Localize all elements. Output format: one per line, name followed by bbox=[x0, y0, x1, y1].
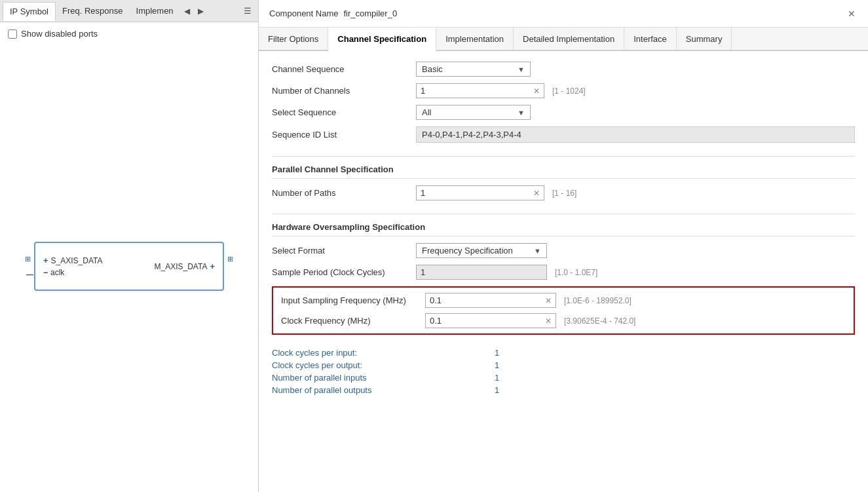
input-sampling-freq-input[interactable] bbox=[430, 295, 542, 305]
number-of-channels-input[interactable] bbox=[421, 86, 531, 96]
hardware-oversampling-header: Hardware Oversampling Specification bbox=[272, 222, 855, 237]
summary-value-3: 1 bbox=[495, 385, 499, 395]
select-sequence-control: All ▼ bbox=[416, 105, 531, 120]
show-disabled-label: Show disabled ports bbox=[21, 29, 98, 39]
red-border-section: Input Sampling Frequency (MHz) ✕ [1.0E-6… bbox=[272, 286, 855, 335]
ip-symbol-right-ports: M_AXIS_DATA + bbox=[154, 261, 215, 271]
select-format-row: Select Format Frequency Specification ▼ bbox=[272, 243, 855, 258]
clock-freq-range: [3.90625E-4 - 742.0] bbox=[564, 316, 635, 326]
tab-summary[interactable]: Summary bbox=[677, 28, 732, 50]
left-panel-content: Show disabled ports ⊞ — + S_AXIS_DATA bbox=[0, 22, 258, 492]
s-axis-left-connector-icon: ⊞ bbox=[25, 255, 31, 263]
tab-freq-response[interactable]: Freq. Response bbox=[56, 2, 130, 20]
left-tab-bar: IP Symbol Freq. Response Implemen ◀ ▶ ☰ bbox=[0, 0, 258, 22]
divider-2 bbox=[272, 214, 855, 214]
input-sampling-freq-input-wrap: ✕ bbox=[425, 293, 556, 308]
parallel-channel-header: Parallel Channel Specification bbox=[272, 164, 855, 179]
select-sequence-row: Select Sequence All ▼ bbox=[272, 105, 855, 120]
clock-freq-label: Clock Frequency (MHz) bbox=[281, 316, 425, 326]
select-format-dropdown[interactable]: Frequency Specification ▼ bbox=[416, 243, 547, 258]
channel-sequence-label: Channel Sequence bbox=[272, 64, 416, 74]
number-of-paths-control: ✕ [1 - 16] bbox=[416, 185, 576, 200]
select-sequence-value: All bbox=[422, 107, 431, 117]
select-sequence-arrow-icon: ▼ bbox=[518, 109, 525, 117]
clock-freq-input[interactable] bbox=[430, 316, 542, 326]
main-tabs-row: Filter Options Channel Specification Imp… bbox=[259, 28, 868, 51]
m-axis-port: M_AXIS_DATA + bbox=[154, 261, 215, 271]
channel-sequence-arrow-icon: ▼ bbox=[518, 66, 525, 73]
symbol-area: ⊞ — + S_AXIS_DATA − aclk bbox=[8, 45, 250, 425]
summary-label-1: Clock cycles per output: bbox=[272, 360, 455, 370]
m-axis-right-connector-icon: ⊞ bbox=[227, 255, 233, 263]
select-format-value: Frequency Specification bbox=[422, 246, 513, 255]
summary-value-0: 1 bbox=[495, 348, 499, 358]
sample-period-control: [1.0 - 1.0E7] bbox=[416, 265, 597, 280]
select-format-arrow-icon: ▼ bbox=[534, 247, 541, 255]
tab-scroll-left[interactable]: ◀ bbox=[180, 4, 194, 18]
aclk-left-connector-icon: — bbox=[26, 271, 33, 278]
sample-period-row: Sample Period (Clock Cycles) [1.0 - 1.0E… bbox=[272, 265, 855, 280]
summary-label-3: Number of parallel outputs bbox=[272, 385, 455, 395]
number-of-channels-clear-icon[interactable]: ✕ bbox=[533, 86, 540, 96]
number-of-paths-input[interactable] bbox=[421, 188, 531, 198]
tab-implemen[interactable]: Implemen bbox=[130, 2, 180, 20]
s-axis-label: S_AXIS_DATA bbox=[51, 256, 103, 265]
aclk-port: − aclk bbox=[43, 268, 103, 277]
channel-sequence-value: Basic bbox=[422, 64, 443, 74]
sample-period-range: [1.0 - 1.0E7] bbox=[555, 268, 597, 277]
tab-interface[interactable]: Interface bbox=[624, 28, 677, 50]
tab-scroll-right[interactable]: ▶ bbox=[194, 4, 208, 18]
s-axis-port: + S_AXIS_DATA bbox=[43, 255, 103, 265]
input-sampling-freq-label: Input Sampling Frequency (MHz) bbox=[281, 295, 425, 305]
sequence-id-list-control: P4-0,P4-1,P4-2,P4-3,P4-4 bbox=[416, 126, 855, 143]
clock-freq-clear-icon[interactable]: ✕ bbox=[545, 316, 552, 326]
s-axis-plus-icon: + bbox=[43, 255, 48, 265]
summary-row-1: Clock cycles per output: 1 bbox=[272, 360, 855, 370]
clock-freq-input-wrap: ✕ bbox=[425, 313, 556, 328]
number-of-channels-input-wrap: ✕ bbox=[416, 83, 544, 98]
number-of-paths-range: [1 - 16] bbox=[552, 189, 576, 198]
tab-menu-button[interactable]: ☰ bbox=[240, 3, 255, 18]
aclk-label: aclk bbox=[50, 268, 64, 277]
summary-row-2: Number of parallel inputs 1 bbox=[272, 373, 855, 383]
sample-period-input[interactable] bbox=[421, 267, 542, 277]
sample-period-label: Sample Period (Clock Cycles) bbox=[272, 267, 416, 277]
tab-channel-specification[interactable]: Channel Specification bbox=[328, 28, 436, 51]
sequence-id-list-row: Sequence ID List P4-0,P4-1,P4-2,P4-3,P4-… bbox=[272, 126, 855, 143]
number-of-paths-input-wrap: ✕ bbox=[416, 185, 544, 200]
sequence-id-list-label: Sequence ID List bbox=[272, 130, 416, 140]
ip-symbol-box: ⊞ — + S_AXIS_DATA − aclk bbox=[34, 242, 224, 291]
show-disabled-checkbox[interactable] bbox=[8, 29, 17, 39]
number-of-channels-range: [1 - 1024] bbox=[552, 86, 586, 96]
number-of-paths-clear-icon[interactable]: ✕ bbox=[533, 189, 540, 198]
m-axis-plus-icon: + bbox=[210, 261, 215, 271]
sample-period-input-wrap bbox=[416, 265, 547, 280]
divider-1 bbox=[272, 156, 855, 157]
clock-freq-row: Clock Frequency (MHz) ✕ [3.90625E-4 - 74… bbox=[281, 313, 846, 328]
summary-row-3: Number of parallel outputs 1 bbox=[272, 385, 855, 395]
channel-sequence-section: Channel Sequence Basic ▼ Number of Chann… bbox=[272, 62, 855, 143]
close-button[interactable]: ✕ bbox=[846, 8, 858, 20]
summary-label-2: Number of parallel inputs bbox=[272, 373, 455, 383]
input-sampling-freq-clear-icon[interactable]: ✕ bbox=[545, 296, 552, 305]
summary-row-0: Clock cycles per input: 1 bbox=[272, 348, 855, 358]
component-name-label: Component Name bbox=[269, 9, 339, 18]
tab-implementation[interactable]: Implementation bbox=[436, 28, 514, 50]
channel-sequence-control: Basic ▼ bbox=[416, 62, 531, 77]
channel-sequence-dropdown[interactable]: Basic ▼ bbox=[416, 62, 531, 77]
number-of-channels-control: ✕ [1 - 1024] bbox=[416, 83, 586, 98]
summary-value-2: 1 bbox=[495, 373, 499, 383]
input-sampling-freq-control: ✕ [1.0E-6 - 189952.0] bbox=[425, 293, 632, 308]
tab-detailed-implementation[interactable]: Detailed Implementation bbox=[514, 28, 624, 50]
tab-filter-options[interactable]: Filter Options bbox=[259, 28, 328, 50]
select-sequence-dropdown[interactable]: All ▼ bbox=[416, 105, 531, 120]
number-of-channels-label: Number of Channels bbox=[272, 86, 416, 96]
show-disabled-row: Show disabled ports bbox=[8, 29, 250, 39]
select-format-control: Frequency Specification ▼ bbox=[416, 243, 547, 258]
number-of-paths-row: Number of Paths ✕ [1 - 16] bbox=[272, 185, 855, 200]
component-name-value: fir_compiler_0 bbox=[344, 9, 846, 18]
aclk-minus-icon: − bbox=[43, 268, 48, 277]
tab-ip-symbol[interactable]: IP Symbol bbox=[3, 2, 56, 21]
input-sampling-freq-row: Input Sampling Frequency (MHz) ✕ [1.0E-6… bbox=[281, 293, 846, 308]
m-axis-label: M_AXIS_DATA bbox=[154, 262, 207, 271]
